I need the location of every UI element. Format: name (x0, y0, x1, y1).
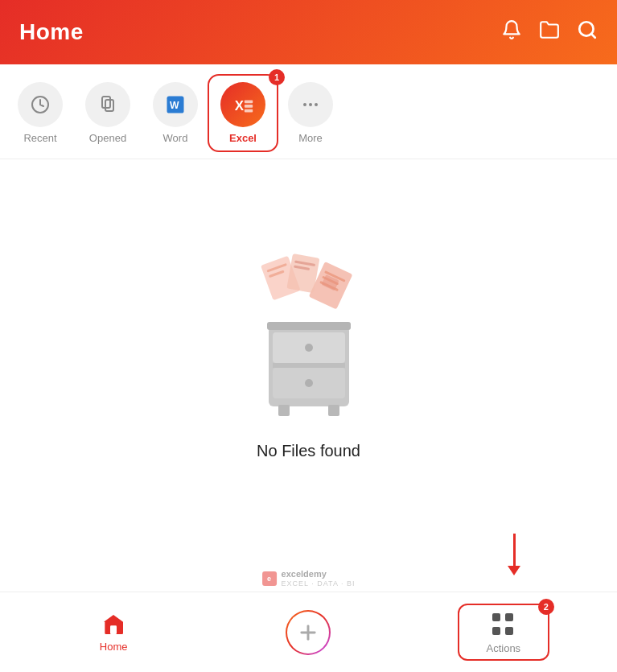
svg-point-12 (303, 103, 306, 106)
no-files-text: No Files found (257, 442, 360, 460)
folder-icon[interactable] (538, 19, 561, 45)
tab-excel-label: Excel (229, 132, 257, 144)
svg-rect-31 (278, 405, 290, 416)
search-icon[interactable] (577, 19, 598, 45)
more-icon-circle (288, 82, 333, 127)
nav-actions-label: Actions (486, 642, 520, 654)
nav-add[interactable] (272, 610, 344, 655)
nav-home[interactable]: Home (77, 612, 150, 653)
tab-recent-label: Recent (23, 132, 56, 144)
app-header: Home (0, 0, 617, 64)
excel-icon-circle: X (220, 82, 265, 127)
watermark-text: exceldemy EXCEL · DATA · BI (282, 569, 356, 587)
add-circle-button[interactable] (286, 610, 331, 655)
watermark-logo: e (262, 571, 277, 586)
svg-rect-32 (328, 405, 339, 416)
header-icons (501, 19, 598, 45)
svg-rect-10 (245, 105, 253, 108)
empty-state-illustration (220, 245, 397, 423)
tab-more-label: More (298, 132, 323, 144)
word-icon-circle: W (153, 82, 198, 127)
tab-word-label: Word (163, 132, 188, 144)
bell-icon[interactable] (501, 19, 522, 45)
opened-icon-circle (85, 82, 130, 127)
actions-badge: 2 (538, 599, 554, 615)
nav-home-label: Home (100, 641, 128, 653)
svg-rect-11 (245, 109, 253, 113)
svg-point-28 (305, 344, 313, 352)
tab-word[interactable]: W Word (143, 77, 208, 149)
svg-rect-34 (273, 363, 345, 368)
watermark: e exceldemy EXCEL · DATA · BI (262, 569, 356, 587)
svg-rect-35 (110, 625, 117, 634)
main-content: No Files found (0, 159, 617, 546)
recent-icon-circle (18, 82, 63, 127)
tab-opened-label: Opened (89, 132, 126, 144)
svg-text:W: W (170, 100, 179, 111)
tab-more[interactable]: More (278, 77, 343, 149)
actions-icon (489, 610, 518, 639)
svg-point-30 (305, 379, 313, 387)
tab-bar: Recent Opened W Word 1 X (0, 64, 617, 159)
svg-text:X: X (235, 98, 245, 113)
excel-badge: 1 (269, 69, 285, 85)
svg-line-1 (591, 34, 595, 38)
nav-actions[interactable]: 2 Actions (467, 610, 540, 654)
svg-point-13 (309, 103, 312, 106)
arrow-annotation (508, 534, 520, 575)
actions-grid-icon (492, 613, 515, 636)
tab-opened[interactable]: Opened (76, 77, 140, 149)
page-title: Home (19, 19, 84, 45)
bottom-nav: Home 2 Actions (0, 592, 617, 672)
svg-rect-9 (245, 100, 253, 103)
svg-point-14 (315, 103, 318, 106)
tab-recent[interactable]: Recent (8, 77, 72, 149)
svg-rect-33 (267, 322, 351, 330)
tab-excel[interactable]: 1 X Excel (211, 77, 275, 149)
